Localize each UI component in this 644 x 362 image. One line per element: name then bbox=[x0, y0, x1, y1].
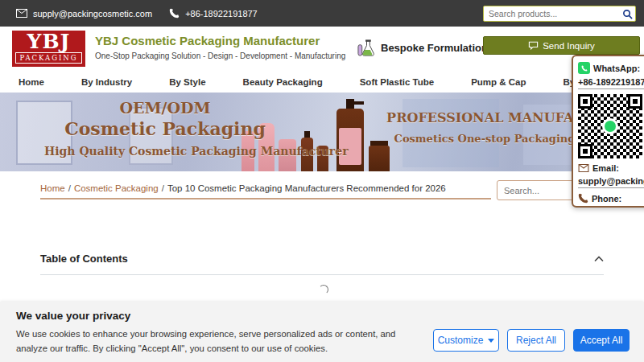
topbar-email[interactable]: supply@packingcosmetic.com bbox=[33, 9, 152, 19]
brand-block: YBJ Cosmetic Packaging Manufacturer One-… bbox=[95, 34, 345, 60]
hero-banner[interactable]: OEM/ODM Cosmetic Packaging High Quality … bbox=[0, 93, 644, 171]
site-header: YBJ PACKAGING YBJ Cosmetic Packaging Man… bbox=[0, 27, 644, 71]
qr-whatsapp-logo bbox=[602, 118, 618, 134]
send-inquiry-button[interactable]: Send Inquiry bbox=[483, 36, 640, 55]
table-of-contents: Table of Contents bbox=[40, 249, 604, 275]
reject-all-button[interactable]: Reject All bbox=[507, 329, 565, 352]
page: supply@packingcosmetic.com +86-189221918… bbox=[0, 0, 644, 362]
lab-flask-icon bbox=[357, 38, 377, 58]
site-title: YBJ Cosmetic Packaging Manufacturer bbox=[95, 34, 345, 47]
caret-down-icon bbox=[488, 339, 494, 343]
topbar-contact: supply@packingcosmetic.com +86-189221918… bbox=[0, 8, 258, 19]
breadcrumb-separator: / bbox=[162, 183, 164, 193]
breadcrumb-category[interactable]: Cosmetic Packaging bbox=[74, 183, 159, 193]
customize-label: Customize bbox=[438, 335, 484, 346]
phone-icon bbox=[169, 8, 180, 19]
breadcrumb: Home / Cosmetic Packaging / Top 10 Cosme… bbox=[40, 179, 491, 200]
accept-all-label: Accept All bbox=[580, 335, 623, 346]
reject-all-label: Reject All bbox=[516, 335, 556, 346]
phone-label: Phone: bbox=[592, 194, 621, 204]
email-icon bbox=[16, 9, 27, 18]
banner-high-quality: High Quality Cosmetic Packaging Manufact… bbox=[44, 145, 286, 158]
banner-left-text: OEM/ODM Cosmetic Packaging High Quality … bbox=[44, 99, 286, 158]
whatsapp-row: WhatsApp: bbox=[578, 62, 644, 74]
qr-finder bbox=[628, 94, 642, 109]
toc-divider bbox=[40, 274, 604, 275]
email-icon bbox=[578, 164, 589, 172]
banner-cosmetic-packaging: Cosmetic Packaging bbox=[44, 118, 286, 139]
logo[interactable]: YBJ PACKAGING bbox=[12, 31, 85, 67]
phone-icon bbox=[578, 193, 588, 204]
cookie-title: We value your privacy bbox=[16, 310, 130, 322]
product-search-box bbox=[483, 6, 636, 22]
product-pump-bottle-image bbox=[336, 109, 364, 171]
site-tagline: One-Stop Packaging Solution - Design - D… bbox=[95, 51, 345, 60]
logo-text: YBJ bbox=[12, 31, 85, 52]
banner-oem-odm: OEM/ODM bbox=[44, 99, 286, 117]
bespoke-formulation-link[interactable]: Bespoke Formulation bbox=[357, 38, 488, 58]
toc-title: Table of Contents bbox=[40, 253, 128, 265]
customize-button[interactable]: Customize bbox=[433, 329, 499, 352]
main-nav: Home By Industry By Style Beauty Packagi… bbox=[0, 71, 644, 93]
email-row: Email: bbox=[578, 163, 644, 173]
phone-row: Phone: bbox=[578, 193, 644, 204]
whatsapp-number[interactable]: +86-18922191877 bbox=[578, 77, 644, 89]
email-label: Email: bbox=[592, 163, 619, 173]
search-icon bbox=[622, 9, 633, 19]
send-inquiry-label: Send Inquiry bbox=[543, 41, 595, 51]
collapse-toggle[interactable] bbox=[594, 251, 604, 265]
cookie-message: We use cookies to enhance your browsing … bbox=[16, 327, 423, 356]
breadcrumb-current: Top 10 Cosmetic Packaging Manufacturers … bbox=[167, 183, 446, 193]
nav-item-by-style[interactable]: By Style bbox=[151, 77, 224, 87]
nav-item-pump-cap[interactable]: Pump & Cap bbox=[452, 77, 544, 87]
qr-finder bbox=[578, 94, 592, 109]
contact-popup: WhatsApp: +86-18922191877 Email: supply@… bbox=[572, 55, 644, 208]
chevron-up-icon bbox=[594, 256, 604, 262]
whatsapp-label: WhatsApp: bbox=[593, 64, 640, 73]
phone-value[interactable]: +86-18922191877 bbox=[578, 207, 644, 208]
cookie-consent-banner: We value your privacy We use cookies to … bbox=[0, 302, 644, 362]
nav-item-by-industry[interactable]: By Industry bbox=[63, 77, 151, 87]
email-value[interactable]: supply@packingcosmetic.com bbox=[578, 176, 644, 188]
breadcrumb-separator: / bbox=[68, 183, 71, 193]
logo-subtext: PACKAGING bbox=[15, 52, 82, 64]
whatsapp-qr-code bbox=[578, 94, 642, 158]
toc-header: Table of Contents bbox=[40, 249, 604, 267]
breadcrumb-home[interactable]: Home bbox=[40, 183, 65, 193]
search-submit-button[interactable] bbox=[619, 9, 635, 19]
qr-finder bbox=[578, 144, 592, 158]
accept-all-button[interactable]: Accept All bbox=[573, 329, 630, 352]
bespoke-formulation-label: Bespoke Formulation bbox=[381, 42, 488, 54]
product-search-input[interactable] bbox=[484, 9, 619, 19]
product-jar-image bbox=[369, 146, 390, 171]
nav-item-soft-plastic-tube[interactable]: Soft Plastic Tube bbox=[341, 77, 452, 87]
topbar-phone[interactable]: +86-18922191877 bbox=[185, 9, 258, 19]
nav-item-beauty-packaging[interactable]: Beauty Packaging bbox=[225, 77, 341, 87]
top-bar: supply@packingcosmetic.com +86-189221918… bbox=[0, 0, 644, 27]
nav-item-home[interactable]: Home bbox=[0, 77, 63, 87]
whatsapp-icon bbox=[578, 62, 590, 74]
loading-spinner bbox=[319, 285, 328, 294]
chat-bubble-icon bbox=[528, 41, 539, 50]
